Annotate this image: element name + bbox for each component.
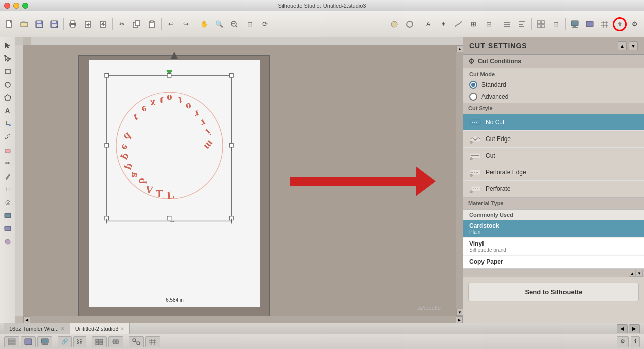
svg-point-99 [470,191,473,193]
effect-button[interactable]: ✦ [436,17,450,31]
open-button[interactable] [17,17,31,31]
info-bottom-button[interactable]: ℹ [631,336,640,347]
no-cut-option[interactable]: No Cut [463,114,644,131]
arrange-button[interactable] [92,336,107,347]
transform-button[interactable] [515,17,529,31]
svg-rect-33 [571,21,578,26]
stroke-button[interactable] [403,17,417,31]
perforate-edge-option[interactable]: Perforate Edge [463,164,644,181]
font-tool[interactable] [2,236,14,248]
settings-button[interactable]: ⚙ [628,17,642,31]
trace-button[interactable] [451,17,465,31]
fill-tool[interactable] [2,118,14,130]
new-button[interactable] [2,17,16,31]
library-bottom-button[interactable] [21,336,36,347]
layers-button[interactable] [4,336,19,347]
perforate-option[interactable]: Perforate [463,181,644,197]
tab-tumbler-close[interactable]: ✕ [61,326,65,331]
eraser-tool[interactable] [2,144,14,156]
vscroll-down[interactable]: ▼ [456,309,463,316]
hscroll-right[interactable]: ▶ [456,316,463,323]
sep-5 [274,18,274,30]
ungroup-button[interactable]: ⊡ [549,17,563,31]
align-button[interactable] [500,17,514,31]
close-button[interactable] [4,3,10,9]
import-button[interactable] [81,17,95,31]
text-button[interactable]: A [421,17,435,31]
knife-tool[interactable] [2,170,14,182]
export-button[interactable] [96,17,110,31]
eyedropper-tool[interactable]: 🖋 [2,131,14,143]
offset-tool[interactable]: ◎ [2,196,14,208]
svg-text:t: t [132,111,140,124]
cut-option[interactable]: Cut [463,148,644,164]
nav-right-button[interactable]: ▶ [629,324,640,333]
vscroll-up[interactable]: ▲ [456,45,463,52]
window-controls [4,3,28,9]
grid-bottom-button[interactable] [145,336,160,347]
media-manager-button[interactable] [568,17,582,31]
media-bottom-button[interactable] [37,336,52,347]
snap-button[interactable] [129,336,144,347]
vinyl-material[interactable]: Vinyl Silhouette brand [463,238,644,256]
send-to-silhouette-button[interactable]: Send to Silhouette [468,283,639,301]
text-tool[interactable]: A [2,105,14,117]
save-button[interactable] [32,17,46,31]
advanced-radio-option[interactable]: Advanced [463,91,644,103]
grid-settings-button[interactable] [598,17,612,31]
silhouette-library-button[interactable] [583,17,597,31]
canvas-hscroll[interactable]: ◀ ▶ [23,316,463,323]
material-scroll-up[interactable]: ▲ [629,270,636,277]
advanced-radio-button[interactable] [469,93,477,101]
tab-tumbler[interactable]: 16oz Tumbler Wra... ✕ [4,323,70,334]
rotate-button[interactable]: ⟳ [258,17,272,31]
tab-untitled-close[interactable]: ✕ [120,326,124,331]
paste-button[interactable] [145,17,159,31]
save-as-button[interactable]: + [47,17,61,31]
panel-collapse-button[interactable]: ▲ [618,41,627,50]
cut-edge-option[interactable]: Cut Edge [463,131,644,148]
standard-radio-button[interactable] [469,81,477,89]
standard-radio-option[interactable]: Standard [463,79,644,91]
panel-expand-button[interactable]: ▼ [629,41,638,50]
copy-paper-material[interactable]: Copy Paper [463,256,644,268]
media-tool[interactable] [2,210,14,222]
fill-button[interactable] [387,17,401,31]
svg-text:e: e [141,103,148,116]
cardstock-material[interactable]: Cardstock Plain [463,220,644,238]
nav-left-button[interactable]: ◀ [617,324,628,333]
rectangle-tool[interactable] [2,65,14,78]
zoom-out-button[interactable] [227,17,242,31]
minimize-button[interactable] [13,3,19,9]
weld-tool[interactable]: ⊔ [2,183,14,195]
maximize-button[interactable] [22,3,28,9]
print-button[interactable] [66,17,80,31]
redo-button[interactable]: ↪ [179,17,193,31]
settings-bottom-button[interactable]: ⚙ [617,336,629,347]
replicate-button[interactable]: ⊞ [466,17,480,31]
node-tool[interactable] [2,52,14,64]
material-scroll-down[interactable]: ▼ [636,270,643,277]
distribute-button[interactable] [108,336,123,347]
pencil-tool[interactable]: ✏ [2,157,14,169]
link-button[interactable]: 🔗 [58,336,72,347]
unlink-button[interactable]: ⛓ [73,336,86,347]
group-button[interactable] [534,17,548,31]
select-tool[interactable] [2,39,14,51]
copy-button[interactable] [130,17,144,31]
tab-untitled[interactable]: Untitled-2.studio3 ✕ [70,323,130,334]
undo-button[interactable]: ↩ [164,17,178,31]
svg-rect-17 [150,21,153,23]
cut-button[interactable]: ✂ [115,17,129,31]
pan-button[interactable]: ✋ [197,17,211,31]
ellipse-tool[interactable] [2,79,14,91]
zoom-in-button[interactable]: 🔍 [212,17,226,31]
svg-text:p: p [123,162,136,172]
fit-button[interactable]: ⊡ [243,17,257,31]
canvas-vscroll[interactable]: ▲ ▼ [456,45,463,316]
library-tool[interactable] [2,223,14,235]
polygon-tool[interactable] [2,92,14,104]
send-to-silhouette-toolbar-button[interactable] [613,17,627,31]
library2-button[interactable]: ⊟ [481,17,496,31]
hscroll-left[interactable]: ◀ [23,316,30,323]
